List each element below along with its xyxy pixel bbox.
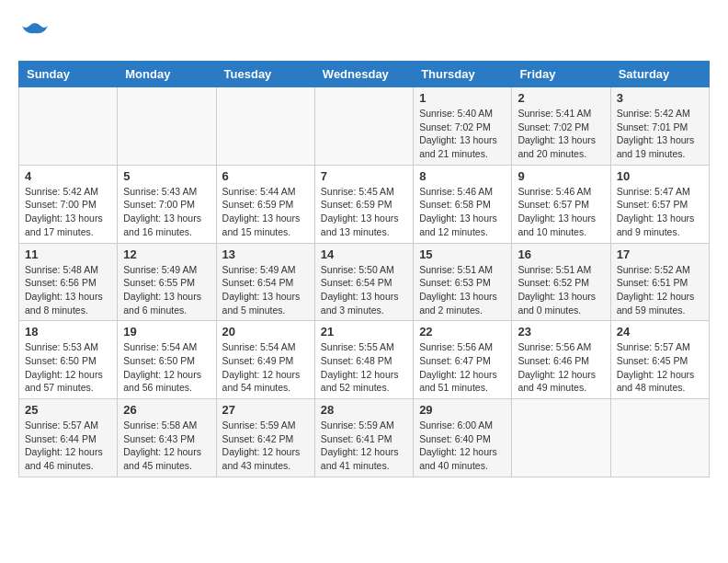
day-number: 14 [321,247,407,261]
calendar-cell [216,87,314,166]
day-number: 15 [419,247,506,261]
header-saturday: Saturday [610,62,709,87]
day-info: Sunrise: 5:50 AMSunset: 6:54 PMDaylight:… [321,263,407,317]
day-info: Sunrise: 5:43 AMSunset: 7:00 PMDaylight:… [123,185,210,239]
calendar-cell: 21Sunrise: 5:55 AMSunset: 6:48 PMDayligh… [314,321,413,399]
calendar-cell [512,399,610,477]
calendar-cell: 20Sunrise: 5:54 AMSunset: 6:49 PMDayligh… [216,321,314,399]
day-number: 20 [222,325,309,339]
day-info: Sunrise: 5:59 AMSunset: 6:42 PMDaylight:… [222,419,309,473]
calendar-cell: 7Sunrise: 5:45 AMSunset: 6:59 PMDaylight… [314,165,413,243]
day-number: 27 [222,403,309,417]
calendar-cell: 2Sunrise: 5:41 AMSunset: 7:02 PMDaylight… [512,87,610,166]
calendar-cell: 3Sunrise: 5:42 AMSunset: 7:01 PMDaylight… [610,87,709,166]
calendar-cell: 12Sunrise: 5:49 AMSunset: 6:55 PMDayligh… [118,243,216,321]
day-number: 28 [321,403,407,417]
calendar-cell: 18Sunrise: 5:53 AMSunset: 6:50 PMDayligh… [19,321,118,399]
day-info: Sunrise: 5:46 AMSunset: 6:57 PMDaylight:… [518,185,604,239]
day-info: Sunrise: 5:54 AMSunset: 6:50 PMDaylight:… [123,340,210,395]
calendar-cell: 10Sunrise: 5:47 AMSunset: 6:57 PMDayligh… [610,165,709,243]
header [18,18,710,52]
day-number: 21 [321,325,407,339]
calendar-cell [314,87,413,166]
header-tuesday: Tuesday [216,62,314,87]
day-number: 12 [123,247,210,261]
day-info: Sunrise: 5:58 AMSunset: 6:43 PMDaylight:… [123,419,210,473]
day-number: 24 [617,325,703,339]
day-info: Sunrise: 5:54 AMSunset: 6:49 PMDaylight:… [222,340,309,395]
day-info: Sunrise: 5:49 AMSunset: 6:54 PMDaylight:… [222,263,309,317]
calendar-cell: 5Sunrise: 5:43 AMSunset: 7:00 PMDaylight… [118,165,216,243]
calendar-cell: 4Sunrise: 5:42 AMSunset: 7:00 PMDaylight… [19,165,118,243]
calendar-week-3: 11Sunrise: 5:48 AMSunset: 6:56 PMDayligh… [19,243,710,321]
calendar-cell: 8Sunrise: 5:46 AMSunset: 6:58 PMDaylight… [414,165,512,243]
day-number: 23 [518,325,604,339]
day-number: 22 [419,325,506,339]
calendar-week-5: 25Sunrise: 5:57 AMSunset: 6:44 PMDayligh… [19,399,710,477]
calendar: SundayMondayTuesdayWednesdayThursdayFrid… [18,61,710,477]
day-info: Sunrise: 5:44 AMSunset: 6:59 PMDaylight:… [222,185,309,239]
day-number: 6 [222,169,309,183]
day-info: Sunrise: 5:51 AMSunset: 6:52 PMDaylight:… [518,263,604,317]
calendar-cell: 1Sunrise: 5:40 AMSunset: 7:02 PMDaylight… [414,87,512,166]
day-number: 13 [222,247,309,261]
day-number: 4 [25,169,111,183]
day-info: Sunrise: 5:57 AMSunset: 6:44 PMDaylight:… [25,419,111,473]
day-info: Sunrise: 5:53 AMSunset: 6:50 PMDaylight:… [25,340,111,395]
calendar-cell: 16Sunrise: 5:51 AMSunset: 6:52 PMDayligh… [512,243,610,321]
calendar-cell: 11Sunrise: 5:48 AMSunset: 6:56 PMDayligh… [19,243,118,321]
day-number: 3 [617,91,703,105]
day-info: Sunrise: 5:59 AMSunset: 6:41 PMDaylight:… [321,419,407,473]
day-number: 1 [419,91,506,105]
logo [18,18,55,52]
calendar-week-2: 4Sunrise: 5:42 AMSunset: 7:00 PMDaylight… [19,165,710,243]
calendar-header-row: SundayMondayTuesdayWednesdayThursdayFrid… [19,62,710,87]
day-number: 10 [617,169,703,183]
header-wednesday: Wednesday [314,62,413,87]
calendar-cell: 13Sunrise: 5:49 AMSunset: 6:54 PMDayligh… [216,243,314,321]
calendar-cell: 19Sunrise: 5:54 AMSunset: 6:50 PMDayligh… [118,321,216,399]
day-info: Sunrise: 5:42 AMSunset: 7:00 PMDaylight:… [25,185,111,239]
day-info: Sunrise: 5:52 AMSunset: 6:51 PMDaylight:… [617,263,703,317]
day-info: Sunrise: 5:56 AMSunset: 6:47 PMDaylight:… [419,340,506,395]
day-number: 19 [123,325,210,339]
day-number: 11 [25,247,111,261]
calendar-week-1: 1Sunrise: 5:40 AMSunset: 7:02 PMDaylight… [19,87,710,166]
calendar-cell [19,87,118,166]
day-number: 16 [518,247,604,261]
day-info: Sunrise: 5:42 AMSunset: 7:01 PMDaylight:… [617,107,703,161]
day-info: Sunrise: 6:00 AMSunset: 6:40 PMDaylight:… [419,419,506,473]
calendar-cell: 29Sunrise: 6:00 AMSunset: 6:40 PMDayligh… [414,399,512,477]
calendar-cell: 22Sunrise: 5:56 AMSunset: 6:47 PMDayligh… [414,321,512,399]
day-info: Sunrise: 5:55 AMSunset: 6:48 PMDaylight:… [321,340,407,395]
day-info: Sunrise: 5:49 AMSunset: 6:55 PMDaylight:… [123,263,210,317]
day-info: Sunrise: 5:41 AMSunset: 7:02 PMDaylight:… [518,107,604,161]
day-number: 25 [25,403,111,417]
calendar-cell [610,399,709,477]
day-info: Sunrise: 5:57 AMSunset: 6:45 PMDaylight:… [617,340,703,395]
header-sunday: Sunday [19,62,118,87]
day-number: 5 [123,169,210,183]
day-number: 29 [419,403,506,417]
day-info: Sunrise: 5:40 AMSunset: 7:02 PMDaylight:… [419,107,506,161]
calendar-cell: 27Sunrise: 5:59 AMSunset: 6:42 PMDayligh… [216,399,314,477]
calendar-cell: 6Sunrise: 5:44 AMSunset: 6:59 PMDaylight… [216,165,314,243]
day-number: 2 [518,91,604,105]
calendar-cell [118,87,216,166]
calendar-week-4: 18Sunrise: 5:53 AMSunset: 6:50 PMDayligh… [19,321,710,399]
calendar-cell: 28Sunrise: 5:59 AMSunset: 6:41 PMDayligh… [314,399,413,477]
header-friday: Friday [512,62,610,87]
day-number: 18 [25,325,111,339]
day-info: Sunrise: 5:48 AMSunset: 6:56 PMDaylight:… [25,263,111,317]
day-number: 8 [419,169,506,183]
header-thursday: Thursday [414,62,512,87]
calendar-cell: 25Sunrise: 5:57 AMSunset: 6:44 PMDayligh… [19,399,118,477]
calendar-cell: 17Sunrise: 5:52 AMSunset: 6:51 PMDayligh… [610,243,709,321]
day-info: Sunrise: 5:47 AMSunset: 6:57 PMDaylight:… [617,185,703,239]
day-number: 26 [123,403,210,417]
calendar-cell: 15Sunrise: 5:51 AMSunset: 6:53 PMDayligh… [414,243,512,321]
logo-icon [18,18,51,52]
day-info: Sunrise: 5:51 AMSunset: 6:53 PMDaylight:… [419,263,506,317]
day-number: 17 [617,247,703,261]
calendar-cell: 24Sunrise: 5:57 AMSunset: 6:45 PMDayligh… [610,321,709,399]
